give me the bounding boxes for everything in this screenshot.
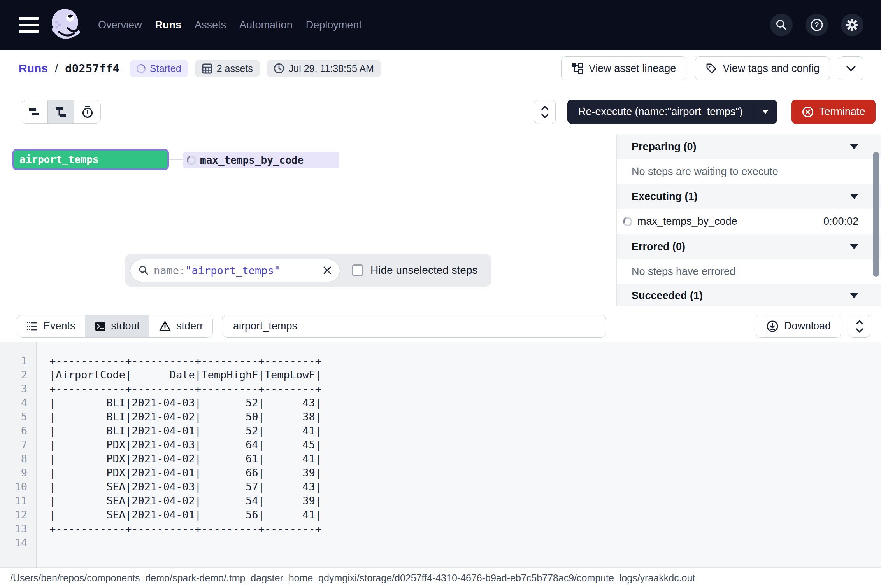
- caret-down-icon: [850, 244, 858, 249]
- view-waterfall-button[interactable]: [47, 100, 74, 123]
- breadcrumb-runs-link[interactable]: Runs: [19, 62, 48, 75]
- view-asset-lineage-button[interactable]: View asset lineage: [561, 56, 687, 80]
- run-steps-panel: Preparing (0) No steps are waiting to ex…: [616, 134, 881, 306]
- log-type-tabs: Events stdout stderr: [17, 315, 213, 338]
- nav-item-automation[interactable]: Automation: [239, 19, 293, 31]
- log-line: 4| BLI|2021-04-03| 52| 43|: [0, 396, 321, 410]
- line-number: 6: [0, 424, 27, 438]
- log-line: 2|AirportCode| Date|TempHighF|TempLowF|: [0, 368, 321, 382]
- hide-unselected-steps-control[interactable]: Hide unselected steps: [352, 264, 478, 276]
- line-text: | PDX|2021-04-01| 66| 39|: [27, 466, 321, 480]
- panel-section-executing[interactable]: Executing (1): [617, 184, 881, 209]
- tab-stdout-label: stdout: [111, 320, 140, 332]
- expand-logs-button[interactable]: [849, 315, 870, 338]
- panel-section-succeeded[interactable]: Succeeded (1): [617, 284, 881, 306]
- log-file-path: /Users/ben/repos/components_demo/spark-d…: [10, 572, 695, 584]
- view-tags-config-button[interactable]: View tags and config: [695, 56, 830, 80]
- settings-button[interactable]: [841, 14, 863, 36]
- assets-badge[interactable]: 2 assets: [195, 60, 260, 77]
- line-text: +-----------+----------+---------+------…: [27, 522, 321, 536]
- re-execute-label: Re-execute (name:"airport_temps"): [567, 106, 754, 118]
- caret-down-icon: [850, 144, 858, 149]
- spinner-icon: [135, 62, 147, 75]
- search-button[interactable]: [770, 14, 793, 36]
- timestamp-badge: Jul 29, 11:38:55 AM: [267, 60, 381, 77]
- log-line: 14: [0, 536, 321, 550]
- filter-value: "airport_temps": [185, 264, 280, 276]
- step-node-airport-temps[interactable]: airport_temps: [12, 149, 169, 170]
- log-line: 9| PDX|2021-04-01| 66| 39|: [0, 466, 321, 480]
- more-run-actions-button[interactable]: [839, 56, 863, 80]
- events-list-icon: [26, 321, 38, 332]
- re-execute-button[interactable]: Re-execute (name:"airport_temps"): [567, 100, 777, 124]
- stdout-log-viewer[interactable]: 1+-----------+----------+---------+-----…: [0, 342, 881, 567]
- line-number: 5: [0, 410, 27, 424]
- dagster-logo-icon[interactable]: [47, 5, 83, 44]
- preparing-title: Preparing (0): [632, 141, 697, 153]
- log-step-selector[interactable]: airport_temps: [222, 315, 606, 338]
- download-button[interactable]: Download: [756, 315, 841, 338]
- expand-gantt-button[interactable]: [534, 100, 556, 124]
- view-tags-config-label: View tags and config: [723, 63, 820, 75]
- logs-toolbar: Events stdout stderr airport_temps: [0, 306, 881, 342]
- caret-down-icon: [850, 194, 858, 199]
- errored-title: Errored (0): [632, 241, 685, 253]
- errored-empty-text: No steps have errored: [632, 266, 735, 278]
- line-number: 7: [0, 438, 27, 452]
- warning-triangle-icon: [159, 320, 171, 332]
- download-label: Download: [784, 320, 831, 332]
- tab-stdout[interactable]: stdout: [85, 315, 149, 337]
- tag-icon: [706, 63, 717, 74]
- panel-section-errored[interactable]: Errored (0): [617, 234, 881, 259]
- primary-nav: Overview Runs Assets Automation Deployme…: [98, 19, 362, 31]
- log-file-path-bar: /Users/ben/repos/components_demo/spark-d…: [0, 567, 881, 588]
- nav-item-assets[interactable]: Assets: [195, 19, 226, 31]
- log-line: 8| PDX|2021-04-02| 61| 41|: [0, 452, 321, 466]
- panel-section-preparing[interactable]: Preparing (0): [617, 134, 881, 159]
- log-line: 7| PDX|2021-04-03| 64| 45|: [0, 438, 321, 452]
- nav-item-overview[interactable]: Overview: [98, 19, 142, 31]
- line-number: 8: [0, 452, 27, 466]
- log-line: 13+-----------+----------+---------+----…: [0, 522, 321, 536]
- download-icon: [766, 320, 779, 332]
- log-line: 10| SEA|2021-04-03| 57| 43|: [0, 480, 321, 494]
- chevron-down-icon: [846, 65, 856, 72]
- log-lines: 1+-----------+----------+---------+-----…: [0, 354, 321, 550]
- line-text: | BLI|2021-04-02| 50| 38|: [27, 410, 321, 424]
- search-icon: [775, 19, 788, 31]
- panel-scrollbar[interactable]: [873, 152, 879, 276]
- step-filter-input[interactable]: name: "airport_temps": [130, 259, 340, 282]
- view-mode-toggle: [21, 100, 101, 124]
- clear-filter-icon[interactable]: [323, 266, 332, 275]
- line-text: | SEA|2021-04-01| 56| 41|: [27, 508, 321, 522]
- tab-stderr[interactable]: stderr: [149, 315, 212, 337]
- line-number: 10: [0, 480, 27, 494]
- help-icon: ?: [810, 18, 823, 32]
- tab-events[interactable]: Events: [17, 315, 85, 337]
- filter-key: name:: [154, 264, 185, 276]
- nav-item-runs[interactable]: Runs: [155, 19, 182, 31]
- spinner-icon: [186, 154, 198, 166]
- terminate-label: Terminate: [819, 106, 865, 118]
- view-asset-lineage-label: View asset lineage: [589, 63, 676, 75]
- nav-item-deployment[interactable]: Deployment: [306, 19, 362, 31]
- executing-step-row[interactable]: max_temps_by_code 0:00:02: [617, 209, 881, 234]
- line-number: 2: [0, 368, 27, 382]
- spinner-icon: [622, 215, 634, 228]
- breadcrumb-run-id: d0257ff4: [65, 62, 119, 75]
- menu-icon[interactable]: [19, 17, 39, 33]
- terminate-button[interactable]: Terminate: [791, 100, 876, 124]
- help-button[interactable]: ?: [806, 14, 828, 36]
- step-node-max-temps-by-code[interactable]: max_temps_by_code: [183, 152, 339, 168]
- hide-unselected-checkbox[interactable]: [352, 264, 363, 276]
- svg-text:?: ?: [815, 21, 819, 29]
- view-timer-button[interactable]: [74, 100, 100, 123]
- log-line: 1+-----------+----------+---------+-----…: [0, 354, 321, 368]
- view-flat-button[interactable]: [21, 100, 47, 123]
- line-number: 12: [0, 508, 27, 522]
- status-badge: Started: [130, 60, 188, 77]
- re-execute-dropdown-button[interactable]: [754, 100, 777, 124]
- caret-down-icon: [850, 293, 858, 298]
- line-text: | BLI|2021-04-01| 52| 41|: [27, 424, 321, 438]
- caret-down-icon: [762, 110, 769, 114]
